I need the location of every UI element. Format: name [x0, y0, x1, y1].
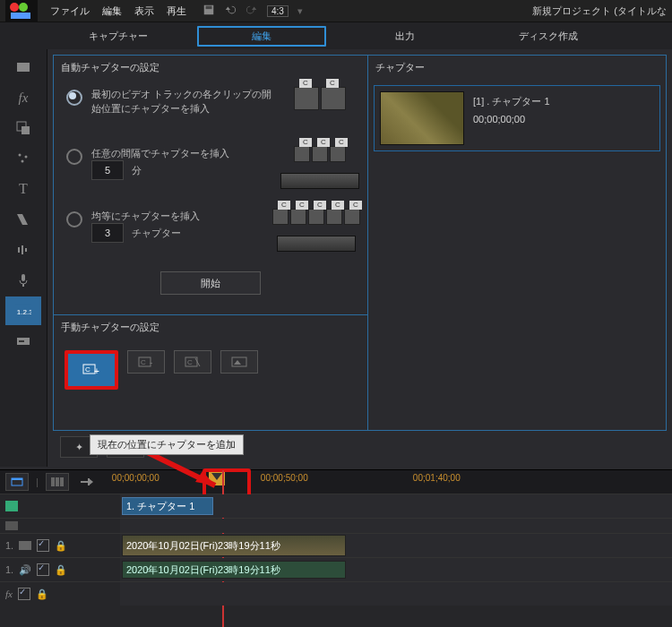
- remove-all-chapters-button[interactable]: C: [174, 350, 211, 374]
- sidebar-subtitle-icon[interactable]: [5, 327, 41, 356]
- settings-frame: 自動チャプターの設定 最初のビデオ トラックの各クリップの開始位置にチャプターを…: [53, 55, 667, 431]
- track-audio-lock-icon[interactable]: 🔒: [55, 564, 67, 576]
- track-chapter-lane[interactable]: 1. チャプター 1: [120, 494, 672, 518]
- track-spacer: [0, 518, 672, 533]
- svg-rect-43: [5, 521, 18, 530]
- main-tabs: キャプチャー 編集 出力 ディスク作成: [0, 21, 672, 49]
- chapter-chip[interactable]: 1. チャプター 1: [122, 497, 213, 515]
- add-chapter-button[interactable]: C+: [65, 350, 118, 390]
- svg-rect-44: [19, 541, 31, 550]
- tab-disc[interactable]: ディスク作成: [477, 24, 620, 48]
- menubar: ファイル 編集 表示 再生 4:3 ▾ 新規プロジェクト (タイトルな: [0, 0, 672, 21]
- speaker-icon: 🔊: [19, 564, 31, 576]
- track-audio-header: 1. 🔊 🔒: [0, 563, 120, 576]
- audio-clip[interactable]: 2020年10月02日(Fri)23時19分11秒: [122, 561, 346, 579]
- opt-first-clip-row[interactable]: 最初のビデオ トラックの各クリップの開始位置にチャプターを挿入 CC: [61, 87, 360, 126]
- track-video-lane[interactable]: 2020年10月02日(Fri)23時19分11秒: [120, 534, 672, 557]
- timeline-view-button[interactable]: [5, 473, 29, 491]
- tab-capture[interactable]: キャプチャー: [47, 24, 190, 48]
- interval-value[interactable]: 5: [91, 160, 124, 180]
- even-value[interactable]: 3: [91, 223, 124, 243]
- track-audio-visible[interactable]: [37, 563, 49, 576]
- time-2: 00;01;40;00: [413, 473, 461, 483]
- remove-chapter-button[interactable]: C-: [127, 350, 165, 374]
- timeline-ruler[interactable]: 00;00;00;00 00;00;50;00 00;01;40;00: [108, 473, 667, 491]
- sidebar-media-icon[interactable]: [5, 53, 41, 82]
- chapter-list-item[interactable]: [1] . チャプター 1 00;00;00;00: [374, 85, 660, 151]
- track-chapter: 1. チャプター 1: [0, 494, 672, 518]
- redo-icon[interactable]: [246, 4, 258, 18]
- sidebar-particle-icon[interactable]: [5, 144, 41, 173]
- sidebar-fx-icon[interactable]: fx: [5, 83, 41, 112]
- menubar-icons: 4:3 ▾: [202, 4, 303, 18]
- svg-rect-12: [18, 247, 20, 253]
- chapter-thumbnail-button[interactable]: [220, 350, 258, 374]
- timeline: | 00;00;00;00 00;00;50;00 00;01;40;00 1.…: [0, 469, 672, 627]
- aspect-ratio[interactable]: 4:3: [267, 5, 289, 17]
- add-chapter-tooltip: 現在の位置にチャプターを追加: [90, 434, 244, 455]
- svg-rect-35: [12, 478, 22, 480]
- radio-first-clip[interactable]: [66, 90, 82, 106]
- panel: 自動チャプターの設定 最初のビデオ トラックの各クリップの開始位置にチャプターを…: [47, 49, 672, 467]
- menu-edit[interactable]: 編集: [102, 4, 122, 18]
- opt-first-clip-preview: CC: [280, 87, 360, 110]
- svg-point-1: [10, 3, 19, 12]
- sidebar-chapter-icon[interactable]: 1.2.3: [5, 296, 41, 325]
- menu-file[interactable]: ファイル: [50, 4, 90, 18]
- svg-text:+: +: [94, 366, 99, 376]
- chapter-item-title: [1] . チャプター 1: [473, 95, 550, 108]
- track-fx-lock-icon[interactable]: 🔒: [36, 588, 48, 600]
- chapter-track-icon: [5, 501, 18, 511]
- sidebar-pip-icon[interactable]: [5, 114, 41, 142]
- sidebar: fx T 1.2.3: [0, 49, 47, 467]
- interval-unit: 分: [132, 165, 142, 176]
- radio-interval[interactable]: [66, 149, 82, 165]
- track-video-visible[interactable]: [37, 539, 49, 552]
- track-video-lock-icon[interactable]: 🔒: [55, 540, 67, 552]
- opt-even-text: 均等にチャプターを挿入: [91, 210, 200, 221]
- auto-chapter-body: 最初のビデオ トラックの各クリップの開始位置にチャプターを挿入 CC 任意の間隔…: [54, 80, 367, 302]
- chapter-list-panel: チャプター [1] . チャプター 1 00;00;00;00: [368, 56, 666, 430]
- opt-interval-row[interactable]: 任意の間隔でチャプターを挿入 5 分 CCC: [61, 146, 360, 189]
- svg-rect-6: [17, 63, 30, 72]
- chevron-down-icon[interactable]: ▾: [297, 5, 303, 17]
- track-fx: fx 🔒: [0, 581, 672, 606]
- track-chapter-header: [0, 501, 120, 511]
- track-audio-lane[interactable]: 2020年10月02日(Fri)23時19分11秒: [120, 558, 672, 581]
- tab-output[interactable]: 出力: [333, 24, 477, 48]
- auto-chapter-title: 自動チャプターの設定: [54, 56, 367, 80]
- opt-even-row[interactable]: 均等にチャプターを挿入 3 チャプター CCCCC: [61, 209, 360, 252]
- track-manager-button[interactable]: [76, 474, 98, 490]
- svg-rect-8: [22, 126, 30, 134]
- svg-rect-42: [5, 501, 18, 511]
- svg-text:C: C: [187, 358, 193, 366]
- chapter-info: [1] . チャプター 1 00;00;00;00: [473, 91, 550, 145]
- sidebar-voice-icon[interactable]: [5, 266, 41, 295]
- sidebar-audio-icon[interactable]: [5, 236, 41, 264]
- timeline-toolbar: | 00;00;00;00 00;00;50;00 00;01;40;00: [0, 470, 672, 494]
- main-area: fx T 1.2.3 自動チャプターの設定 最初のビデオ トラックの各クリップの…: [0, 49, 672, 467]
- storyboard-view-button[interactable]: [46, 473, 69, 491]
- track-fx-lane[interactable]: [120, 582, 672, 606]
- sidebar-title-icon[interactable]: T: [5, 175, 41, 203]
- menu-play[interactable]: 再生: [167, 4, 186, 18]
- save-icon[interactable]: [202, 4, 215, 18]
- sidebar-transition-icon[interactable]: [5, 205, 41, 234]
- video-clip[interactable]: 2020年10月02日(Fri)23時19分11秒: [122, 535, 346, 556]
- svg-rect-13: [22, 245, 23, 254]
- chapter-settings-left: 自動チャプターの設定 最初のビデオ トラックの各クリップの開始位置にチャプターを…: [54, 56, 368, 430]
- svg-rect-38: [60, 477, 64, 486]
- app-logo: [5, 0, 38, 21]
- menu-view[interactable]: 表示: [134, 4, 154, 18]
- svg-text:C: C: [85, 365, 90, 374]
- start-button[interactable]: 開始: [160, 271, 261, 295]
- opt-even-preview: CCCCC: [272, 209, 360, 252]
- tab-edit[interactable]: 編集: [197, 26, 326, 47]
- track-fx-visible[interactable]: [18, 588, 30, 600]
- radio-even[interactable]: [66, 211, 82, 228]
- opt-interval-text: 任意の間隔でチャプターを挿入: [91, 148, 229, 159]
- track-video-header: 1. 🔒: [0, 539, 120, 552]
- undo-icon[interactable]: [224, 4, 237, 18]
- manual-chapter-title: 手動チャプターの設定: [54, 315, 367, 339]
- svg-rect-30: [232, 357, 246, 366]
